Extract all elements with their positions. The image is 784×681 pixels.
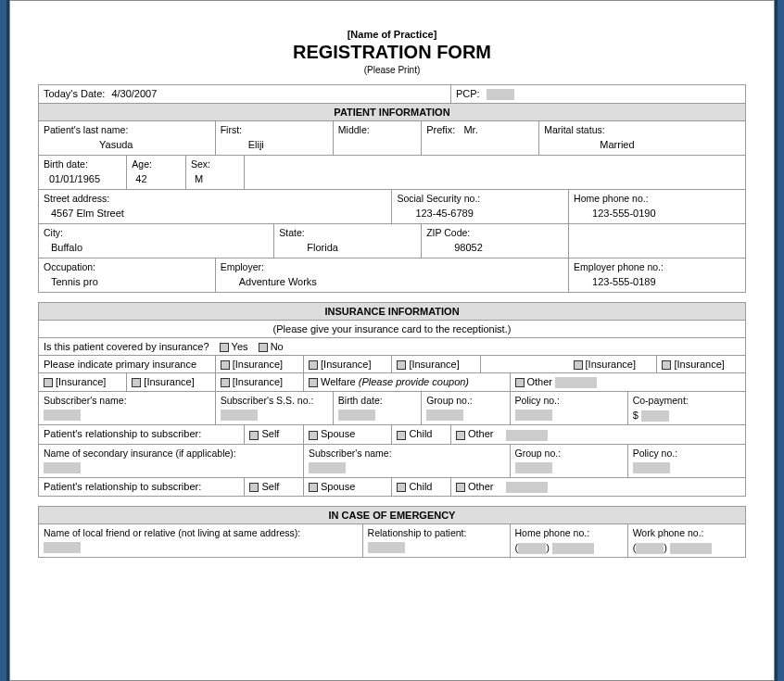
emergency-table: IN CASE OF EMERGENCY Name of local frien… (38, 506, 746, 558)
ins-checkbox-1[interactable] (221, 360, 230, 370)
rel-label: Relationship to patient: (368, 527, 505, 538)
welfare-note: (Please provide coupon) (359, 376, 469, 387)
middle-label: Middle: (338, 124, 416, 135)
covered-yes-checkbox[interactable] (220, 343, 229, 352)
em-home-label: Home phone no.: (515, 527, 623, 538)
insurance-header: INSURANCE INFORMATION (39, 303, 746, 321)
rel-blank (368, 542, 405, 553)
covered-question: Is this patient covered by insurance? (44, 341, 209, 352)
ins-opt-6: [Insurance] (56, 376, 106, 387)
rel-question-1: Patient's relationship to subscriber: (39, 425, 245, 444)
ins-opt-5: [Insurance] (674, 359, 724, 370)
homephone-value: 123-555-0190 (574, 204, 740, 221)
zip-label: ZIP Code: (426, 227, 563, 238)
yes-label: Yes (232, 341, 248, 352)
rel-question-2: Patient's relationship to subscriber: (39, 477, 245, 496)
prefix-value: Mr. (463, 124, 477, 135)
welfare-checkbox[interactable] (309, 378, 318, 387)
homephone-label: Home phone no.: (574, 193, 740, 204)
ins-checkbox-2[interactable] (309, 360, 318, 370)
ins-checkbox-4[interactable] (574, 360, 583, 370)
state-value: Florida (279, 238, 416, 255)
ins-opt-1: [Insurance] (233, 359, 283, 370)
self-label-2: Self (261, 481, 279, 492)
ins-checkbox-3[interactable] (397, 360, 406, 370)
pcp-label: PCP: (456, 88, 480, 99)
please-print: (Please Print) (38, 65, 746, 75)
street-label: Street address: (44, 193, 386, 204)
ins-checkbox-6[interactable] (44, 378, 53, 387)
em-work-area (636, 543, 664, 554)
self-label-1: Self (261, 428, 279, 439)
policy-label-2: Policy no.: (633, 448, 740, 459)
child-checkbox-2[interactable] (397, 483, 406, 492)
other-rel-blank-1 (506, 430, 548, 441)
covered-no-checkbox[interactable] (259, 343, 268, 352)
sex-label: Sex: (191, 158, 240, 170)
em-home-num (552, 543, 594, 554)
ins-checkbox-5[interactable] (662, 360, 671, 370)
practice-name: [Name of Practice] (38, 29, 746, 40)
policy-blank-2 (633, 462, 670, 473)
paren-r-1: ) (546, 542, 550, 553)
sub-name-blank (44, 410, 81, 421)
spouse-checkbox-1[interactable] (309, 431, 318, 440)
other-label-1: Other (527, 376, 553, 387)
em-work-num (670, 543, 712, 554)
ssn-value: 123-45-6789 (397, 204, 563, 221)
self-checkbox-2[interactable] (249, 483, 259, 492)
secondary-blank (44, 462, 81, 473)
other-checkbox-1[interactable] (515, 378, 525, 387)
copay-label: Co-payment: (633, 395, 740, 406)
paren-r-2: ) (664, 542, 667, 553)
marital-value: Married (544, 135, 740, 152)
patient-table: Today's Date: 4/30/2007 PCP: PATIENT INF… (38, 84, 746, 293)
ins-opt-8: [Insurance] (233, 376, 283, 387)
sub-name-label-2: Subscriber's name: (309, 448, 504, 459)
em-home-area (518, 543, 546, 554)
sub-ssn-label: Subscriber's S.S. no.: (221, 395, 328, 406)
prefix-label: Prefix: (426, 124, 455, 135)
sub-ssn-blank (221, 410, 258, 421)
group-blank (426, 410, 463, 421)
other-blank-1 (555, 377, 597, 388)
empphone-value: 123-555-0189 (574, 272, 740, 289)
group-blank-2 (515, 462, 552, 473)
pcp-blank (487, 89, 514, 100)
friend-label: Name of local friend or relative (not li… (44, 527, 358, 538)
em-work-label: Work phone no.: (633, 527, 740, 538)
policy-label: Policy no.: (515, 395, 623, 406)
child-checkbox-1[interactable] (397, 431, 406, 440)
spouse-label-1: Spouse (321, 428, 355, 439)
firstname-value: Eliji (221, 135, 328, 152)
welfare-label: Welfare (321, 376, 356, 387)
friend-blank (44, 542, 81, 553)
city-label: City: (44, 227, 269, 238)
copay-blank (641, 410, 669, 422)
insurance-table: INSURANCE INFORMATION (Please give your … (38, 302, 746, 497)
copay-prefix: $ (633, 410, 639, 421)
today-date-value: 4/30/2007 (111, 88, 157, 99)
sub-name-label: Subscriber's name: (44, 395, 210, 406)
self-checkbox-1[interactable] (249, 431, 259, 440)
birthdate-value: 01/01/1965 (44, 170, 121, 186)
age-label: Age: (132, 158, 181, 170)
ssn-label: Social Security no.: (397, 193, 563, 204)
lastname-label: Patient's last name: (44, 124, 210, 135)
other-rel-blank-2 (506, 482, 548, 493)
child-label-1: Child (409, 428, 432, 439)
other-rel-checkbox-1[interactable] (456, 431, 465, 440)
birthdate-label: Birth date: (44, 158, 121, 170)
other-rel-checkbox-2[interactable] (456, 483, 465, 492)
group-label: Group no.: (426, 395, 504, 406)
secondary-label: Name of secondary insurance (if applicab… (44, 448, 298, 459)
form-header: [Name of Practice] REGISTRATION FORM (Pl… (38, 29, 746, 75)
ins-opt-4: [Insurance] (586, 359, 636, 370)
primary-question: Please indicate primary insurance (39, 356, 216, 373)
ins-checkbox-8[interactable] (221, 378, 230, 387)
empphone-label: Employer phone no.: (574, 261, 740, 272)
spouse-checkbox-2[interactable] (309, 483, 318, 492)
sex-value: M (191, 170, 240, 186)
ins-checkbox-7[interactable] (132, 378, 141, 387)
state-label: State: (279, 227, 416, 238)
